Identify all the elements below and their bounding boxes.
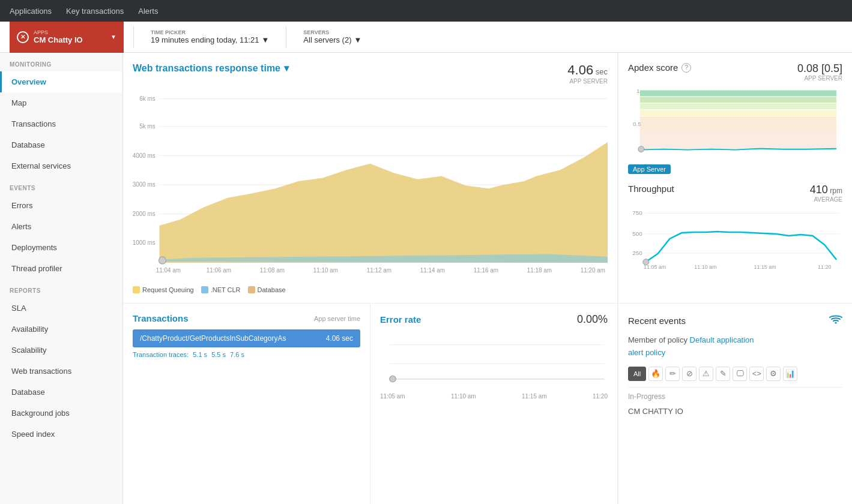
chart-header: Web transactions response time ▾ 4.06 se…	[133, 62, 608, 85]
transactions-title[interactable]: Transactions	[133, 313, 189, 323]
trace-2[interactable]: 5.5 s	[211, 351, 226, 358]
svg-point-49	[835, 322, 837, 324]
events-section-label: EVENTS	[0, 176, 122, 195]
error-chart	[380, 331, 608, 391]
transaction-row[interactable]: /ChattyProduct/GetProductsInSubCategoryA…	[133, 329, 360, 347]
svg-text:750: 750	[632, 209, 642, 216]
recent-events-header: Recent events	[628, 313, 842, 328]
sidebar-item-availability[interactable]: Availability	[0, 319, 122, 340]
legend-net-clr: .NET CLR	[201, 286, 241, 293]
chart-title[interactable]: Web transactions response time ▾	[133, 62, 289, 74]
svg-text:11:06 am: 11:06 am	[207, 266, 231, 273]
svg-text:11:10 am: 11:10 am	[313, 266, 338, 273]
apdex-header: Apdex score ? 0.08 [0.5] APP SERVER	[628, 62, 842, 82]
legend-request-queuing: Request Queuing	[133, 286, 194, 293]
trace-1[interactable]: 5.1 s	[193, 351, 207, 358]
filter-cancel-icon[interactable]: ⊘	[682, 367, 696, 381]
filter-chart-icon[interactable]: 📊	[783, 367, 797, 381]
svg-rect-29	[640, 110, 836, 116]
main-chart-section: Web transactions response time ▾ 4.06 se…	[123, 53, 618, 303]
sidebar-item-database[interactable]: Database	[0, 134, 122, 155]
apdex-chart: 1 0.5	[628, 84, 842, 162]
app-icon: ✕	[17, 31, 29, 43]
apdex-help-icon[interactable]: ?	[681, 63, 691, 73]
transactions-header: Transactions App server time	[133, 313, 360, 323]
sidebar-item-web-transactions[interactable]: Web transactions	[0, 361, 122, 382]
apdex-section: Apdex score ? 0.08 [0.5] APP SERVER 1 0.…	[628, 62, 842, 174]
bottom-section: Transactions App server time /ChattyProd…	[123, 304, 852, 504]
filter-monitor-icon[interactable]: 🖵	[733, 367, 747, 381]
error-time-3: 11:15 am	[522, 393, 547, 400]
reports-section-label: REPORTS	[0, 279, 122, 298]
error-title[interactable]: Error rate	[380, 314, 421, 325]
chart-title-chevron: ▾	[284, 62, 289, 74]
content-area: Web transactions response time ▾ 4.06 se…	[123, 53, 852, 504]
time-picker-label: TIME PICKER	[151, 29, 269, 35]
apdex-chart-svg: 1 0.5	[628, 84, 842, 162]
chart-legend: Request Queuing .NET CLR Database	[133, 286, 608, 293]
sidebar-item-thread-profiler[interactable]: Thread profiler	[0, 258, 122, 279]
servers-label: SERVERS	[303, 29, 361, 35]
nav-alerts[interactable]: Alerts	[138, 7, 158, 16]
servers-selector[interactable]: SERVERS All servers (2) ▼	[296, 29, 369, 44]
error-value: 0.00%	[577, 313, 608, 326]
legend-label-clr: .NET CLR	[211, 286, 241, 293]
sidebar-item-deployments[interactable]: Deployments	[0, 237, 122, 258]
svg-text:11:15 am: 11:15 am	[754, 264, 776, 270]
filter-gear-icon[interactable]: ⚙	[766, 367, 781, 381]
transactions-sub: App server time	[314, 315, 360, 322]
svg-text:1000 ms: 1000 ms	[133, 239, 156, 246]
events-divider	[628, 387, 842, 388]
sidebar-item-db[interactable]: Database	[0, 382, 122, 403]
svg-text:2000 ms: 2000 ms	[133, 210, 156, 217]
filter-code-icon[interactable]: <>	[749, 367, 764, 381]
svg-point-48	[390, 376, 396, 382]
transactions-section: Transactions App server time /ChattyProd…	[123, 304, 370, 504]
svg-rect-31	[640, 131, 836, 149]
sidebar-item-speed-index[interactable]: Speed index	[0, 424, 122, 445]
sidebar-item-alerts[interactable]: Alerts	[0, 216, 122, 237]
main-layout: MONITORING Overview Map Transactions Dat…	[0, 53, 852, 504]
sidebar: MONITORING Overview Map Transactions Dat…	[0, 53, 123, 504]
time-picker[interactable]: TIME PICKER 19 minutes ending today, 11:…	[144, 29, 276, 44]
sidebar-item-background-jobs[interactable]: Background jobs	[0, 403, 122, 424]
sidebar-item-external-services[interactable]: External services	[0, 155, 122, 176]
error-section: Error rate 0.00%	[370, 304, 618, 504]
app-info: APPS CM Chatty IO	[34, 29, 106, 44]
sidebar-item-sla[interactable]: SLA	[0, 298, 122, 319]
throughput-header: Throughput 410 rpm AVERAGE	[628, 184, 842, 203]
svg-text:5k ms: 5k ms	[139, 123, 155, 130]
sidebar-item-transactions[interactable]: Transactions	[0, 113, 122, 134]
right-panel: Apdex score ? 0.08 [0.5] APP SERVER 1 0.…	[618, 53, 852, 303]
sidebar-item-overview[interactable]: Overview	[0, 71, 122, 92]
svg-point-32	[638, 146, 644, 152]
recent-events-title: Recent events	[628, 316, 686, 326]
charts-row: Web transactions response time ▾ 4.06 se…	[123, 53, 852, 304]
chart-stat: 4.06 sec APP SERVER	[567, 62, 608, 85]
nav-applications[interactable]: Applications	[10, 7, 52, 16]
time-picker-value: 19 minutes ending today, 11:21 ▼	[151, 35, 269, 44]
nav-key-transactions[interactable]: Key transactions	[66, 7, 124, 16]
filter-all[interactable]: All	[628, 367, 646, 381]
error-time-4: 11:20	[593, 393, 608, 400]
filter-fire-icon[interactable]: 🔥	[648, 367, 663, 381]
svg-marker-12	[159, 142, 608, 263]
svg-text:11:16 am: 11:16 am	[474, 266, 498, 273]
sidebar-item-errors[interactable]: Errors	[0, 195, 122, 216]
filter-warning-icon[interactable]: ⚠	[699, 367, 713, 381]
trace-3[interactable]: 7.6 s	[230, 351, 244, 358]
filter-pencil-icon[interactable]: ✎	[716, 367, 730, 381]
sidebar-item-scalability[interactable]: Scalability	[0, 340, 122, 361]
sidebar-item-map[interactable]: Map	[0, 92, 122, 113]
sub-header: ✕ APPS CM Chatty IO ▼ TIME PICKER 19 min…	[0, 22, 852, 53]
legend-label-queuing: Request Queuing	[142, 286, 194, 293]
error-time-1: 11:05 am	[380, 393, 405, 400]
svg-point-23	[159, 257, 166, 264]
app-server-badge: App Server	[628, 164, 671, 174]
error-chart-svg	[380, 331, 608, 391]
filter-edit-icon[interactable]: ✏	[665, 367, 680, 381]
svg-text:11:10 am: 11:10 am	[694, 264, 716, 270]
app-selector[interactable]: ✕ APPS CM Chatty IO ▼	[10, 22, 124, 53]
traces-label: Transaction traces:	[133, 351, 189, 358]
svg-rect-28	[640, 103, 836, 109]
